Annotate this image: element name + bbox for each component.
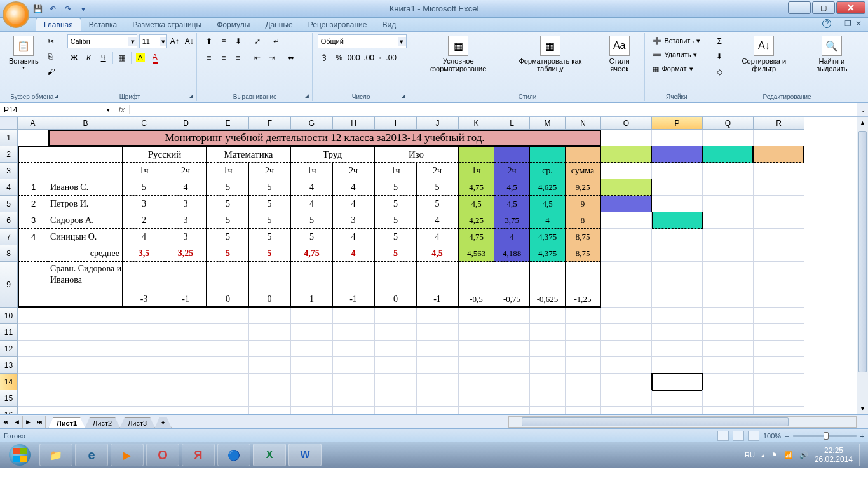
- cell[interactable]: [703, 374, 754, 390]
- cell[interactable]: [291, 324, 333, 341]
- cell[interactable]: [165, 324, 207, 341]
- cell[interactable]: [165, 374, 207, 390]
- cell[interactable]: 4,563: [459, 245, 494, 262]
- row-header-12[interactable]: 12: [0, 341, 18, 357]
- font-size-input[interactable]: [140, 37, 160, 45]
- cell[interactable]: [703, 357, 754, 374]
- cell[interactable]: 4: [18, 229, 48, 245]
- cell[interactable]: [18, 357, 48, 374]
- cell[interactable]: [601, 130, 652, 146]
- cell[interactable]: [333, 374, 375, 390]
- autosum-icon[interactable]: Σ: [712, 34, 726, 48]
- cell[interactable]: [165, 357, 207, 374]
- cell[interactable]: [601, 324, 652, 341]
- row-header-1[interactable]: 1: [0, 130, 18, 146]
- cell[interactable]: [652, 308, 703, 324]
- font-name-input[interactable]: [68, 37, 129, 45]
- cell[interactable]: [417, 407, 459, 414]
- cell[interactable]: [652, 407, 703, 414]
- wrap-text-icon[interactable]: ↵: [269, 34, 283, 48]
- cell[interactable]: 3: [333, 212, 375, 229]
- cell[interactable]: -0,5: [459, 262, 494, 308]
- cell[interactable]: -1,25: [566, 262, 601, 308]
- cell[interactable]: [601, 179, 652, 196]
- cell[interactable]: [703, 407, 754, 414]
- cell[interactable]: [566, 407, 601, 414]
- cell[interactable]: [291, 357, 333, 374]
- cell[interactable]: 4,5: [459, 196, 494, 212]
- cell[interactable]: 4: [530, 212, 566, 229]
- col-header-P[interactable]: P: [652, 117, 703, 130]
- cell[interactable]: [601, 196, 652, 212]
- cell[interactable]: [703, 163, 754, 179]
- row-header-16[interactable]: 16: [0, 407, 18, 414]
- copy-icon[interactable]: ⎘: [44, 50, 58, 64]
- cell[interactable]: 3,5: [123, 245, 165, 262]
- doc-minimize-icon[interactable]: ─: [835, 19, 841, 28]
- font-launcher-icon[interactable]: ◢: [187, 93, 195, 100]
- scroll-up-icon[interactable]: ▲: [857, 117, 868, 128]
- row-header-6[interactable]: 6: [0, 212, 18, 229]
- cell[interactable]: 5: [375, 179, 417, 196]
- page-layout-view-icon[interactable]: [733, 431, 744, 441]
- cell[interactable]: [417, 341, 459, 357]
- cell[interactable]: [566, 324, 601, 341]
- tray-lang[interactable]: RU: [745, 451, 755, 459]
- col-header-D[interactable]: D: [165, 117, 207, 130]
- align-bottom-icon[interactable]: ⬇: [231, 34, 245, 48]
- cell[interactable]: Сравн. Сидорова и Иванова: [48, 262, 123, 308]
- cell[interactable]: [530, 357, 566, 374]
- cell[interactable]: [652, 341, 703, 357]
- cell[interactable]: [18, 308, 48, 324]
- horizontal-scrollbar[interactable]: [508, 416, 857, 428]
- font-color-icon[interactable]: A: [148, 51, 162, 65]
- cell[interactable]: [601, 308, 652, 324]
- increase-indent-icon[interactable]: ⇥: [265, 51, 279, 65]
- col-header-B[interactable]: B: [48, 117, 123, 130]
- cell[interactable]: 1ч: [291, 163, 333, 179]
- name-box[interactable]: ▾: [0, 103, 114, 116]
- cell[interactable]: 0: [375, 262, 417, 308]
- sheet-next-icon[interactable]: ▶: [23, 416, 34, 428]
- cell[interactable]: [652, 179, 703, 196]
- cell[interactable]: [703, 341, 754, 357]
- cell[interactable]: 5: [249, 245, 291, 262]
- col-header-N[interactable]: N: [566, 117, 601, 130]
- cell[interactable]: 3: [165, 196, 207, 212]
- cell[interactable]: 2ч: [417, 163, 459, 179]
- cell[interactable]: [754, 407, 804, 414]
- grow-font-icon[interactable]: A↑: [168, 34, 182, 48]
- cell[interactable]: [207, 374, 249, 390]
- cell[interactable]: [754, 341, 804, 357]
- tray-chevron-icon[interactable]: ▴: [761, 451, 765, 459]
- tray-volume-icon[interactable]: 🔊: [799, 451, 808, 459]
- cell[interactable]: 2: [123, 212, 165, 229]
- cell[interactable]: [48, 146, 123, 163]
- task-ie[interactable]: e: [75, 444, 108, 466]
- cell[interactable]: 4: [291, 179, 333, 196]
- cell[interactable]: [459, 308, 494, 324]
- cell[interactable]: [754, 324, 804, 341]
- zoom-out-icon[interactable]: −: [785, 432, 789, 440]
- tray-clock[interactable]: 22:25 26.02.2014: [815, 446, 853, 464]
- cell[interactable]: [652, 130, 703, 146]
- cell[interactable]: [48, 374, 123, 390]
- cell[interactable]: сумма: [566, 163, 601, 179]
- delete-cells-button[interactable]: ➖Удалить▾: [650, 48, 703, 61]
- col-header-Q[interactable]: Q: [703, 117, 754, 130]
- cell[interactable]: [165, 341, 207, 357]
- cell[interactable]: [207, 341, 249, 357]
- normal-view-icon[interactable]: [717, 431, 729, 441]
- row-header-13[interactable]: 13: [0, 357, 18, 374]
- cell[interactable]: [494, 341, 530, 357]
- cell[interactable]: 5: [249, 179, 291, 196]
- row-header-9[interactable]: 9: [0, 262, 18, 308]
- cell[interactable]: 9,25: [566, 179, 601, 196]
- task-chrome[interactable]: 🔵: [217, 444, 250, 466]
- name-box-dropdown-icon[interactable]: ▾: [107, 107, 110, 113]
- cell[interactable]: 4,5: [494, 196, 530, 212]
- orientation-icon[interactable]: ⤢: [250, 34, 264, 48]
- decrease-indent-icon[interactable]: ⇤: [250, 51, 264, 65]
- col-header-J[interactable]: J: [417, 117, 459, 130]
- qat-undo-icon[interactable]: ↶: [46, 2, 60, 16]
